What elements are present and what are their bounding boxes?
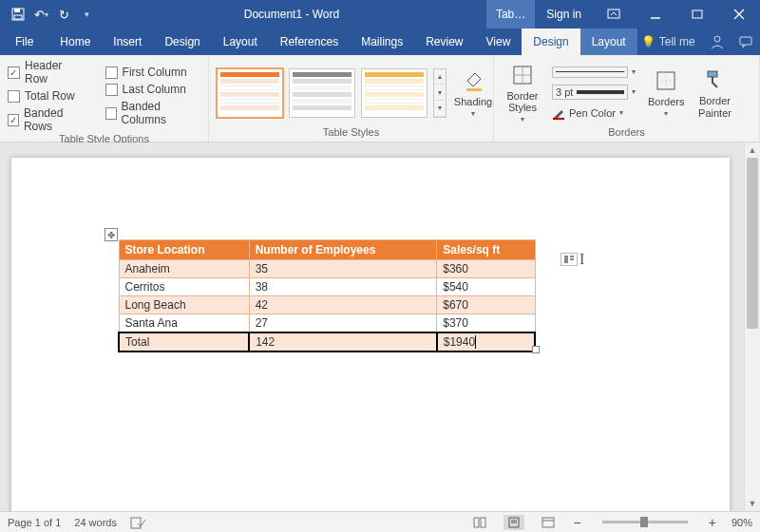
proofing-icon[interactable]	[130, 516, 145, 529]
svg-rect-14	[553, 118, 564, 120]
save-button[interactable]	[8, 4, 28, 25]
layout-options-button[interactable]	[560, 253, 578, 266]
table-row[interactable]: Cerritos38$540	[119, 278, 535, 296]
tab-insert[interactable]: Insert	[102, 28, 153, 55]
table-move-handle[interactable]: ✥	[104, 228, 118, 241]
th-sales[interactable]: Sales/sq ft	[437, 240, 535, 260]
style-thumb-2[interactable]	[289, 68, 355, 118]
table-row[interactable]: Santa Ana27$370	[119, 314, 535, 333]
scrollbar-thumb[interactable]	[747, 158, 758, 329]
pen-icon	[552, 106, 565, 120]
svg-rect-25	[542, 518, 554, 527]
undo-button[interactable]: ↶▾	[30, 4, 51, 25]
th-employees[interactable]: Number of Employees	[249, 240, 437, 260]
title-bar: ↶▾ ↻ ▾ Document1 - Word Tab… Sign in	[0, 0, 760, 28]
word-table[interactable]: Store Location Number of Employees Sales…	[118, 239, 536, 352]
svg-rect-1	[14, 9, 20, 12]
check-first-column[interactable]: First Column	[105, 66, 200, 79]
svg-rect-10	[466, 88, 482, 91]
tab-review[interactable]: Review	[414, 28, 474, 55]
shading-button[interactable]: Shading▾	[452, 66, 494, 120]
svg-rect-20	[474, 518, 479, 527]
ribbon: ✓Header Row Total Row ✓Banded Rows First…	[0, 55, 760, 142]
svg-rect-9	[740, 37, 751, 45]
comments-icon[interactable]	[732, 28, 760, 55]
zoom-out-button[interactable]: −	[572, 515, 583, 530]
check-banded-columns[interactable]: Banded Columns	[105, 100, 200, 126]
scroll-up-arrow[interactable]: ▲	[745, 142, 760, 158]
zoom-slider-thumb[interactable]	[640, 517, 648, 527]
svg-rect-18	[708, 71, 717, 77]
bucket-icon	[460, 67, 486, 94]
tell-me-search[interactable]: 💡Tell me	[641, 28, 695, 55]
table-row[interactable]: Anaheim35$360	[119, 260, 535, 278]
tab-table-layout[interactable]: Layout	[580, 28, 637, 55]
tab-view[interactable]: View	[475, 28, 522, 55]
check-banded-rows[interactable]: ✓Banded Rows	[8, 106, 88, 133]
borders-button[interactable]: Borders▾	[644, 66, 689, 120]
quick-access-toolbar: ↶▾ ↻ ▾	[0, 4, 97, 25]
tab-references[interactable]: References	[269, 28, 350, 55]
group-label: Table Styles	[217, 126, 485, 142]
tab-layout-main[interactable]: Layout	[212, 28, 269, 55]
line-style-select[interactable]: ▾	[549, 65, 638, 80]
border-styles-button[interactable]: Border Styles▾	[502, 60, 543, 125]
table-header-row[interactable]: Store Location Number of Employees Sales…	[119, 240, 535, 260]
status-bar: Page 1 of 1 24 words − + 90%	[0, 511, 760, 532]
tab-file[interactable]: File	[0, 28, 48, 55]
ribbon-tabs: File Home Insert Design Layout Reference…	[0, 28, 760, 55]
check-header-row[interactable]: ✓Header Row	[8, 59, 88, 86]
web-layout-button[interactable]	[538, 515, 559, 530]
ribbon-display-options[interactable]	[593, 0, 635, 28]
zoom-slider[interactable]	[602, 521, 688, 523]
minimize-button[interactable]	[635, 0, 676, 28]
vertical-scrollbar[interactable]: ▲ ▼	[744, 142, 760, 511]
th-store[interactable]: Store Location	[119, 240, 249, 260]
page-indicator[interactable]: Page 1 of 1	[8, 517, 61, 528]
table-total-row[interactable]: Total142$1940	[119, 332, 535, 352]
pen-width-select[interactable]: 3 pt▾	[549, 83, 638, 102]
layout-options-icon	[564, 256, 574, 263]
zoom-in-button[interactable]: +	[707, 515, 718, 530]
style-thumb-3[interactable]	[361, 68, 428, 118]
maximize-button[interactable]	[676, 0, 718, 28]
check-last-column[interactable]: Last Column	[105, 83, 200, 96]
document-title: Document1 - Word	[97, 8, 486, 21]
gallery-more-button[interactable]: ▴▾▾	[433, 68, 446, 118]
style-thumb-1[interactable]	[217, 68, 283, 118]
border-painter-button[interactable]: Border Painter	[694, 65, 736, 120]
close-button[interactable]	[718, 0, 760, 28]
read-mode-button[interactable]	[469, 515, 490, 530]
tab-mailings[interactable]: Mailings	[350, 28, 414, 55]
group-borders: Border Styles▾ ▾ 3 pt▾ Pen Color▾ Border…	[494, 55, 760, 142]
table-styles-gallery[interactable]: ▴▾▾	[217, 68, 446, 118]
tab-design-main[interactable]: Design	[153, 28, 211, 55]
group-label: Borders	[502, 126, 751, 142]
tab-table-design[interactable]: Design	[522, 28, 580, 55]
svg-rect-21	[481, 518, 485, 527]
table-resize-handle[interactable]	[532, 346, 540, 353]
word-count[interactable]: 24 words	[74, 517, 117, 528]
border-styles-icon	[509, 62, 536, 88]
share-user-icon[interactable]	[703, 28, 732, 55]
page[interactable]: ✥ Store Location Number of Employees Sal…	[11, 158, 730, 511]
ibeam-cursor-icon: I	[580, 251, 584, 268]
scroll-down-arrow[interactable]: ▼	[745, 496, 760, 511]
svg-rect-3	[608, 10, 619, 18]
tab-home[interactable]: Home	[48, 28, 102, 55]
check-total-row[interactable]: Total Row	[8, 89, 88, 103]
group-table-style-options: ✓Header Row Total Row ✓Banded Rows First…	[0, 55, 209, 142]
table-tools-tab[interactable]: Tab…	[486, 0, 535, 28]
print-layout-button[interactable]	[504, 515, 524, 530]
redo-button[interactable]: ↻	[53, 4, 74, 25]
svg-point-8	[714, 36, 720, 42]
svg-rect-19	[131, 518, 141, 528]
svg-rect-5	[693, 10, 702, 18]
sign-in-link[interactable]: Sign in	[535, 8, 593, 21]
text-cursor-cell[interactable]: $1940	[444, 335, 476, 349]
zoom-level[interactable]: 90%	[732, 517, 752, 528]
qat-customize[interactable]: ▾	[76, 4, 97, 25]
svg-rect-2	[14, 15, 22, 19]
pen-color-select[interactable]: Pen Color▾	[549, 104, 638, 122]
table-row[interactable]: Long Beach42$670	[119, 296, 535, 314]
